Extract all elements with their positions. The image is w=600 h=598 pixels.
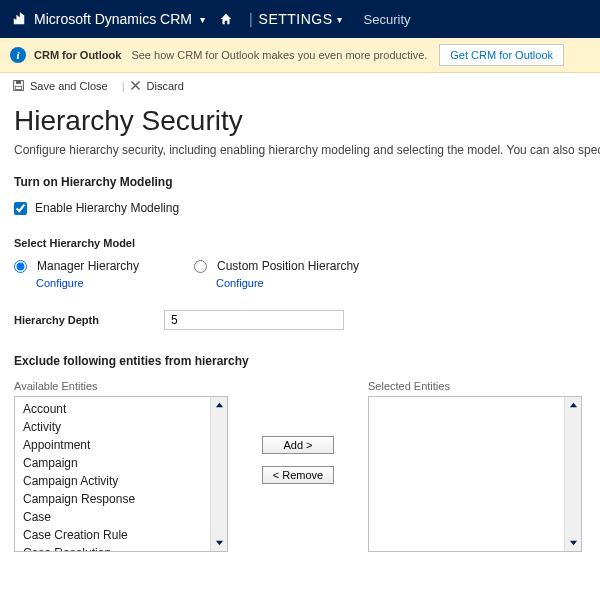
discard-label: Discard (147, 80, 184, 92)
toolbar-separator: | (122, 80, 125, 92)
enable-hierarchy-label[interactable]: Enable Hierarchy Modeling (35, 201, 179, 215)
configure-manager-link[interactable]: Configure (36, 277, 84, 289)
list-item[interactable]: Account (21, 400, 221, 418)
chevron-down-icon[interactable]: ▾ (200, 14, 205, 25)
list-item[interactable]: Case Resolution (21, 544, 221, 552)
custom-position-radio[interactable] (194, 260, 207, 273)
discard-button[interactable]: Discard (129, 79, 184, 92)
turnon-heading: Turn on Hierarchy Modeling (14, 175, 586, 189)
get-crm-outlook-button[interactable]: Get CRM for Outlook (439, 44, 564, 66)
page-title: Hierarchy Security (14, 105, 586, 137)
custom-position-label: Custom Position Hierarchy (217, 259, 359, 273)
save-label: Save and Close (30, 80, 108, 92)
scroll-up-icon[interactable] (211, 397, 227, 414)
promo-subtitle: See how CRM for Outlook makes you even m… (131, 49, 427, 61)
list-item[interactable]: Appointment (21, 436, 221, 454)
selected-entities-label: Selected Entities (368, 380, 582, 392)
select-model-heading: Select Hierarchy Model (14, 237, 586, 249)
svg-rect-2 (15, 86, 22, 89)
list-item[interactable]: Campaign Activity (21, 472, 221, 490)
custom-position-option[interactable]: Custom Position Hierarchy (194, 259, 374, 273)
configure-custom-link[interactable]: Configure (216, 277, 264, 289)
list-item[interactable]: Campaign Response (21, 490, 221, 508)
promo-title: CRM for Outlook (34, 49, 121, 61)
save-icon (12, 79, 25, 92)
list-item[interactable]: Campaign (21, 454, 221, 472)
save-and-close-button[interactable]: Save and Close (12, 79, 108, 92)
outlook-promo-bar: i CRM for Outlook See how CRM for Outloo… (0, 38, 600, 73)
nav-settings[interactable]: SETTINGS (259, 11, 333, 27)
add-button[interactable]: Add > (262, 436, 334, 454)
hierarchy-depth-input[interactable] (164, 310, 344, 330)
list-item[interactable]: Activity (21, 418, 221, 436)
main-content: Hierarchy Security Configure hierarchy s… (0, 99, 600, 566)
brand-label[interactable]: Microsoft Dynamics CRM (34, 11, 192, 27)
page-description: Configure hierarchy security, including … (14, 143, 586, 157)
available-scrollbar[interactable] (210, 397, 227, 551)
list-item[interactable]: Case Creation Rule (21, 526, 221, 544)
nav-security[interactable]: Security (364, 12, 411, 27)
global-nav: Microsoft Dynamics CRM ▾ | SETTINGS ▾ Se… (0, 0, 600, 38)
chevron-down-icon[interactable]: ▾ (337, 14, 342, 25)
home-icon[interactable] (219, 12, 233, 26)
scroll-down-icon[interactable] (211, 534, 227, 551)
selected-scrollbar[interactable] (564, 397, 581, 551)
exclude-heading: Exclude following entities from hierarch… (14, 354, 586, 368)
enable-hierarchy-checkbox[interactable] (14, 202, 27, 215)
available-entities-label: Available Entities (14, 380, 228, 392)
manager-hierarchy-option[interactable]: Manager Hierarchy (14, 259, 194, 273)
hierarchy-depth-label: Hierarchy Depth (14, 314, 164, 326)
manager-hierarchy-label: Manager Hierarchy (37, 259, 139, 273)
scroll-down-icon[interactable] (565, 534, 581, 551)
close-icon (129, 79, 142, 92)
form-toolbar: Save and Close | Discard (0, 73, 600, 99)
info-icon: i (10, 47, 26, 63)
manager-hierarchy-radio[interactable] (14, 260, 27, 273)
scroll-up-icon[interactable] (565, 397, 581, 414)
crm-logo-icon (12, 12, 26, 26)
list-item[interactable]: Case (21, 508, 221, 526)
svg-rect-1 (16, 81, 21, 84)
nav-divider: | (249, 11, 253, 27)
available-entities-listbox[interactable]: AccountActivityAppointmentCampaignCampai… (14, 396, 228, 552)
remove-button[interactable]: < Remove (262, 466, 334, 484)
selected-entities-listbox[interactable] (368, 396, 582, 552)
